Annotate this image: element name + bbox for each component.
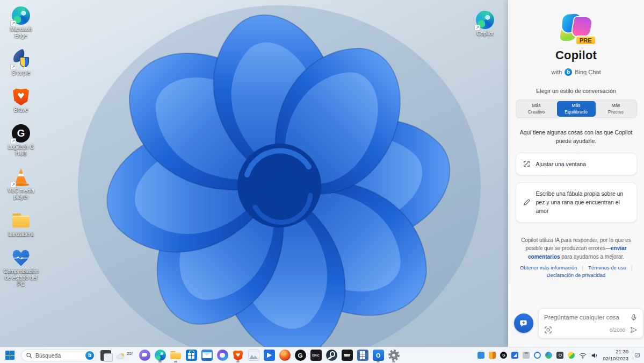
- chat-input[interactable]: [544, 314, 627, 321]
- link-obtener-m-s-informaci-n[interactable]: Obtener más información: [520, 265, 577, 271]
- show-desktop-button[interactable]: [633, 351, 640, 360]
- desktop-icon-label: Microsoft Edge: [3, 26, 39, 39]
- ghub-icon: [295, 350, 306, 361]
- tray-globe-button[interactable]: [545, 352, 552, 359]
- taskbar-app-icons: [138, 348, 401, 363]
- suggestion-list: Ajustar una ventanaEscribe una fábula pr…: [516, 153, 637, 223]
- link-separator: |: [631, 265, 632, 271]
- pc-health-icon: [12, 248, 30, 267]
- taskbar-chat-button[interactable]: [138, 348, 151, 363]
- send-icon: [629, 326, 638, 334]
- desktop-icon-label: Lanzadera: [8, 231, 33, 238]
- desktop-icon-lanzadera[interactable]: Lanzadera: [3, 211, 39, 238]
- vlc-icon: [12, 168, 30, 186]
- windows-logo-icon: [5, 351, 15, 360]
- tray-bluetooth-button[interactable]: [534, 352, 541, 359]
- desktop-icon-label: Comprobación de estado del PC: [3, 268, 39, 288]
- screenshot-button[interactable]: [544, 326, 552, 334]
- new-topic-button[interactable]: [514, 314, 533, 333]
- suggestion-card-escribe-una-f-bula-propia-sobr[interactable]: Escribe una fábula propia sobre un pez y…: [516, 182, 637, 223]
- desktop-icon-microsoft-edge[interactable]: Microsoft Edge: [3, 6, 39, 39]
- style-m-s-preciso[interactable]: MásPreciso: [597, 101, 635, 117]
- desktop-icon-label: VLC media player: [3, 188, 39, 201]
- clock-time: 21:30: [603, 348, 628, 355]
- copilot-logo-ribbon-pink: [571, 17, 592, 37]
- edge-icon: [155, 350, 166, 361]
- mail-icon: [201, 350, 213, 361]
- copilot-title: Copilot: [555, 48, 597, 62]
- settings-icon: [388, 350, 400, 361]
- taskbar-store-button[interactable]: [184, 348, 198, 363]
- new-topic-icon: [519, 318, 529, 328]
- desktop-icon-copilot[interactable]: Copilot: [467, 11, 503, 37]
- shortcut-arrow-icon: [10, 20, 16, 26]
- taskbar-game-red-button[interactable]: [278, 348, 292, 363]
- tray-tray-bluesq-button[interactable]: [511, 352, 518, 359]
- desktop-icon-sharpie[interactable]: Sharpie: [3, 50, 39, 76]
- conversation-style-heading: Elegir un estilo de conversación: [536, 88, 616, 94]
- subtitle-prefix: with: [552, 69, 562, 75]
- ai-disclaimer: Copilot utiliza IA para responder, por l…: [508, 236, 644, 261]
- shortcut-arrow-icon: [10, 262, 16, 268]
- chat-input-box[interactable]: 0/2000: [538, 308, 643, 338]
- style-m-s-creativo[interactable]: MásCreativo: [517, 101, 556, 117]
- taskbar-file-explorer-button[interactable]: [169, 348, 183, 363]
- send-button[interactable]: [629, 326, 638, 334]
- desktop-icon-logitech-g-hub[interactable]: Logitech G HUB: [3, 124, 39, 157]
- tray-capture-button[interactable]: [556, 352, 563, 359]
- suggestion-text: Ajustar una ventana: [536, 160, 586, 168]
- ghub-icon: [12, 124, 30, 143]
- taskbar-photos-button[interactable]: [247, 348, 261, 363]
- taskbar-outlook-button[interactable]: [371, 348, 385, 363]
- taskbar-movies-button[interactable]: [262, 348, 276, 363]
- game-red-icon: [279, 350, 291, 361]
- tray-volume-button[interactable]: [591, 352, 598, 359]
- taskbar-game-black-button[interactable]: [340, 348, 354, 363]
- bluetooth-icon: [534, 352, 541, 359]
- tray-tray-blue-button[interactable]: [477, 352, 484, 359]
- taskbar-cortana-button[interactable]: [215, 348, 229, 363]
- weather-cloud-icon: [115, 352, 126, 360]
- style-m-s-equilibrado[interactable]: MásEquilibrado: [557, 101, 596, 117]
- bing-chat-icon[interactable]: [85, 351, 94, 360]
- tray-icons: [477, 352, 598, 359]
- start-button[interactable]: [3, 348, 17, 362]
- taskbar-settings-button[interactable]: [387, 348, 401, 363]
- tray-bluesq-icon: [511, 352, 518, 359]
- desktop-icon-comprobaci-n-de-estado-del-pc[interactable]: Comprobación de estado del PC: [3, 248, 39, 288]
- link-declaraci-n-de-privacidad[interactable]: Declaración de privacidad: [547, 272, 605, 278]
- usb-icon: [523, 352, 530, 359]
- tray-usb-button[interactable]: [523, 352, 530, 359]
- desktop-icon-vlc-media-player[interactable]: VLC media player: [3, 168, 39, 201]
- shortcut-arrow-icon: [474, 25, 480, 31]
- search-input[interactable]: [35, 352, 82, 359]
- taskbar-edge-button[interactable]: [153, 348, 167, 363]
- desktop-icon-label: Copilot: [476, 31, 493, 37]
- taskbar-epic-button[interactable]: [309, 348, 323, 363]
- weather-widget[interactable]: 25°: [115, 350, 133, 360]
- tray-tray-orange-button[interactable]: [489, 352, 496, 359]
- suggestion-card-ajustar-una-ventana[interactable]: Ajustar una ventana: [516, 153, 637, 175]
- desktop-icon-label: Sharpie: [12, 70, 30, 76]
- tray-tray-ghub-button[interactable]: [500, 352, 507, 359]
- desktop-icon-label: Brave: [14, 107, 28, 113]
- capture-icon: [556, 352, 563, 359]
- pre-badge: PRE: [575, 35, 596, 45]
- shortcut-arrow-icon: [10, 182, 16, 188]
- taskbar-calculator-button[interactable]: [356, 348, 370, 363]
- taskbar-clock[interactable]: 21:30 02/10/2023: [603, 348, 628, 362]
- taskbar-steam-button[interactable]: [324, 348, 338, 363]
- link-t-rminos-de-uso[interactable]: Términos de uso: [588, 265, 626, 271]
- microphone-button[interactable]: [630, 314, 638, 321]
- tray-wifi-button[interactable]: [579, 352, 587, 359]
- notifications-icon: [634, 352, 640, 358]
- desktop-icon-brave[interactable]: Brave: [3, 87, 39, 113]
- folder-icon: [12, 211, 30, 230]
- taskbar-brave-button[interactable]: [231, 348, 245, 363]
- task-view-button[interactable]: [100, 350, 111, 361]
- desktop-icon-right: Copilot: [467, 11, 503, 37]
- tray-tray-yellow-button[interactable]: [568, 352, 575, 359]
- taskbar-ghub-button[interactable]: [293, 348, 307, 363]
- taskbar-mail-button[interactable]: [200, 348, 214, 363]
- taskbar-search[interactable]: [21, 350, 96, 361]
